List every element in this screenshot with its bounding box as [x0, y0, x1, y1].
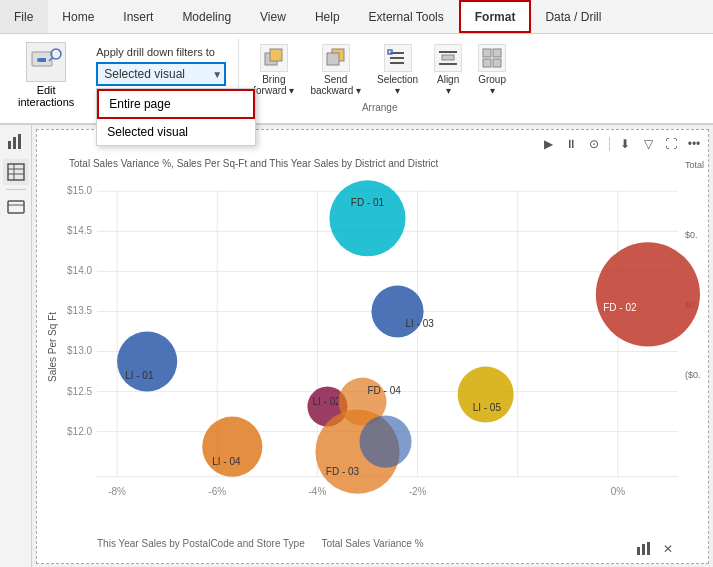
svg-point-55	[329, 180, 405, 256]
left-sidebar	[0, 125, 32, 567]
chart-bottom-bar-icon[interactable]	[634, 539, 654, 559]
tab-external-tools[interactable]: External Tools	[355, 0, 459, 33]
arrange-label: Arrange	[362, 102, 398, 113]
sidebar-icon-chart[interactable]	[3, 129, 29, 155]
group-button[interactable]: Group▾	[472, 42, 512, 98]
tab-data-drill[interactable]: Data / Drill	[531, 0, 616, 33]
svg-text:$12.5: $12.5	[67, 386, 92, 397]
svg-point-57	[596, 242, 700, 346]
svg-text:LI - 05: LI - 05	[473, 402, 502, 413]
edit-interactions-button[interactable]: Editinteractions	[8, 38, 84, 112]
ribbon: File Home Insert Modeling View Help Exte…	[0, 0, 713, 125]
send-backward-icon	[322, 44, 350, 72]
tab-insert[interactable]: Insert	[109, 0, 168, 33]
svg-point-71	[458, 367, 514, 423]
svg-text:FD - 01: FD - 01	[351, 197, 385, 208]
x-axis-label-left: This Year Sales by PostalCode and Store …	[97, 538, 305, 549]
edit-interactions-label: Editinteractions	[18, 84, 74, 108]
chart-area: ▶ ⏸ ⊙ ⬇ ▽ ⛶ ••• Total Sales Variance %, …	[36, 129, 709, 564]
svg-rect-16	[483, 49, 491, 57]
svg-text:-2%: -2%	[409, 486, 427, 497]
selection-button[interactable]: Selection▾	[371, 42, 424, 98]
tab-bar: File Home Insert Modeling View Help Exte…	[0, 0, 713, 34]
svg-text:LI - 04: LI - 04	[212, 456, 241, 467]
tab-file[interactable]: File	[0, 0, 48, 33]
drill-section: Apply drill down filters to Selected vis…	[84, 38, 238, 94]
align-label: Align▾	[437, 74, 459, 96]
selection-label: Selection▾	[377, 74, 418, 96]
svg-rect-11	[390, 62, 404, 64]
group-label: Group▾	[478, 74, 506, 96]
svg-text:LI - 01: LI - 01	[125, 370, 154, 381]
selection-icon	[384, 44, 412, 72]
drill-dropdown[interactable]: Selected visual Entire page ▼ Entire pag…	[96, 62, 226, 86]
svg-rect-8	[327, 53, 339, 65]
svg-text:-8%: -8%	[108, 486, 126, 497]
align-button[interactable]: Align▾	[428, 42, 468, 98]
svg-rect-74	[637, 547, 640, 555]
sidebar-icon-link[interactable]	[3, 194, 29, 220]
svg-text:-6%: -6%	[208, 486, 226, 497]
tab-modeling[interactable]: Modeling	[168, 0, 246, 33]
svg-rect-18	[483, 59, 491, 67]
svg-point-61	[117, 331, 177, 391]
dropdown-item-entire-page[interactable]: Entire page	[97, 89, 255, 119]
drill-select[interactable]: Selected visual Entire page	[96, 62, 226, 86]
svg-rect-27	[8, 201, 24, 213]
svg-rect-17	[493, 49, 501, 57]
svg-text:0%: 0%	[611, 486, 626, 497]
svg-text:FD - 04: FD - 04	[367, 385, 401, 396]
align-icon	[434, 44, 462, 72]
svg-text:LI - 02: LI - 02	[312, 396, 341, 407]
bring-forward-icon	[260, 44, 288, 72]
svg-text:$14.5: $14.5	[67, 225, 92, 236]
dropdown-menu: Entire page Selected visual	[96, 88, 256, 146]
svg-rect-6	[270, 49, 282, 61]
svg-rect-15	[439, 63, 457, 65]
svg-rect-13	[439, 51, 457, 53]
svg-rect-19	[493, 59, 501, 67]
arrange-buttons: Bringforward ▾ Sendbackward ▾	[247, 42, 512, 98]
svg-point-4	[37, 58, 41, 62]
svg-point-59	[371, 285, 423, 337]
svg-text:$13.5: $13.5	[67, 305, 92, 316]
send-backward-label: Sendbackward ▾	[310, 74, 361, 96]
svg-text:$12.0: $12.0	[67, 426, 92, 437]
chart-svg: $15.0 $14.5 $14.0 $13.5 $13.0 $12.5 $12.…	[37, 130, 708, 563]
bring-forward-label: Bringforward ▾	[253, 74, 294, 96]
svg-text:$15.0: $15.0	[67, 185, 92, 196]
edit-interactions-icon	[26, 42, 66, 82]
svg-text:FD - 03: FD - 03	[326, 466, 360, 477]
svg-text:$13.0: $13.0	[67, 346, 92, 357]
tab-format[interactable]: Format	[459, 0, 532, 33]
tab-view[interactable]: View	[246, 0, 301, 33]
svg-rect-75	[642, 544, 645, 555]
svg-rect-76	[647, 542, 650, 555]
svg-rect-23	[8, 164, 24, 180]
svg-text:FD - 02: FD - 02	[603, 302, 637, 313]
send-backward-button[interactable]: Sendbackward ▾	[304, 42, 367, 98]
sidebar-divider	[6, 189, 26, 190]
svg-text:$14.0: $14.0	[67, 265, 92, 276]
tab-help[interactable]: Help	[301, 0, 355, 33]
chart-panel: ▶ ⏸ ⊙ ⬇ ▽ ⛶ ••• Total Sales Variance %, …	[36, 129, 709, 564]
group-icon	[478, 44, 506, 72]
svg-rect-22	[18, 134, 21, 149]
svg-text:-4%: -4%	[309, 486, 327, 497]
svg-text:LI - 03: LI - 03	[406, 318, 435, 329]
svg-rect-10	[390, 57, 404, 59]
chart-bottom-x-icon[interactable]: ✕	[658, 539, 678, 559]
svg-rect-21	[13, 137, 16, 149]
main-area: ▶ ⏸ ⊙ ⬇ ▽ ⛶ ••• Total Sales Variance %, …	[0, 125, 713, 567]
tab-home[interactable]: Home	[48, 0, 109, 33]
chart-bottom-tools: ✕	[634, 539, 678, 559]
svg-rect-20	[8, 141, 11, 149]
svg-point-63	[202, 417, 262, 477]
svg-rect-14	[442, 55, 454, 60]
dropdown-item-selected-visual[interactable]: Selected visual	[97, 119, 255, 145]
ribbon-content: Editinteractions Apply drill down filter…	[0, 34, 713, 124]
sidebar-icon-table[interactable]	[3, 159, 29, 185]
drill-label: Apply drill down filters to	[96, 46, 226, 58]
x-axis-label-center: Total Sales Variance %	[321, 538, 423, 549]
svg-point-73	[359, 416, 411, 468]
